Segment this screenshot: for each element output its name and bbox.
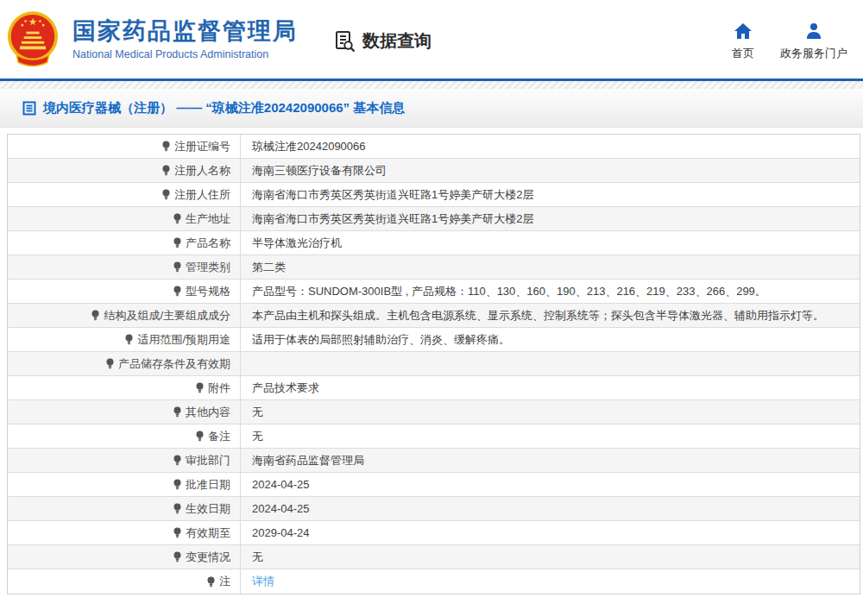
site-subtitle: National Medical Products Administration: [72, 48, 298, 60]
row-label: 结构及组成/主要组成成分: [104, 308, 230, 324]
row-label: 产品名称: [186, 236, 230, 251]
table-row: 注册证编号 琼械注准20242090066: [8, 135, 860, 159]
table-row: 结构及组成/主要组成成分 本产品由主机和探头组成。主机包含电源系统、显示系统、控…: [8, 304, 860, 328]
table-row: 批准日期 2024-04-25: [8, 473, 860, 497]
bulb-icon: [124, 334, 134, 345]
page-title: 境内医疗器械（注册） —— “琼械注准20242090066” 基本信息: [43, 100, 405, 116]
table-row: 产品储存条件及有效期: [8, 352, 860, 376]
row-value: 第二类: [241, 255, 860, 279]
bulb-icon: [173, 527, 182, 538]
row-label: 生产地址: [186, 211, 230, 227]
row-label: 产品储存条件及有效期: [118, 356, 230, 372]
row-label: 管理类别: [186, 260, 230, 275]
header: 国家药品监督管理局 National Medical Products Admi…: [0, 0, 863, 81]
nav-home[interactable]: 首页: [732, 22, 754, 61]
bulb-icon: [173, 479, 182, 490]
bulb-icon: [161, 165, 171, 176]
row-value: 2029-04-24: [241, 521, 860, 544]
stripe-divider: [0, 81, 863, 89]
table-row: 型号规格 产品型号：SUNDOM-300IB型 , 产品规格：110、130、1…: [8, 280, 860, 304]
row-value: [241, 352, 860, 375]
data-query-tab[interactable]: 数据查询: [334, 29, 432, 53]
breadcrumb: 境内医疗器械（注册） —— “琼械注准20242090066” 基本信息: [0, 89, 863, 128]
table-row: 管理类别 第二类: [8, 255, 860, 280]
row-value: 琼械注准20242090066: [241, 135, 860, 158]
brand-block: 国家药品监督管理局 National Medical Products Admi…: [72, 18, 298, 60]
table-row: 附件 产品技术要求: [8, 376, 860, 400]
row-label: 生效日期: [186, 501, 230, 517]
user-icon: [804, 22, 823, 40]
row-label: 审批部门: [186, 453, 230, 468]
row-value: 半导体激光治疗机: [241, 231, 860, 255]
table-row: 审批部门 海南省药品监督管理局: [8, 449, 860, 473]
row-label: 注册人名称: [174, 163, 230, 179]
nav-gov-portal[interactable]: 政务服务门户: [780, 22, 847, 61]
row-value: 详情: [241, 569, 860, 594]
row-value: 海南省海口市秀英区秀英街道兴旺路1号婷美产研大楼2层: [241, 183, 860, 206]
header-nav: 首页 政务服务门户: [732, 22, 847, 61]
site-title: 国家药品监督管理局: [72, 18, 298, 45]
bulb-icon: [161, 141, 171, 152]
row-label: 适用范围/预期用途: [137, 332, 230, 348]
bulb-icon: [173, 237, 182, 248]
table-row: 注 详情: [8, 569, 860, 594]
row-value: 海南省药品监督管理局: [241, 449, 860, 472]
table-row: 有效期至 2029-04-24: [8, 521, 860, 545]
row-label: 有效期至: [186, 525, 230, 541]
nav-gov-portal-label: 政务服务门户: [780, 46, 847, 61]
bulb-icon: [91, 310, 100, 321]
document-search-icon: [334, 30, 356, 53]
row-value: 2024-04-25: [241, 497, 860, 520]
detail-link[interactable]: 详情: [252, 574, 274, 589]
home-icon: [734, 22, 753, 40]
row-label: 注册人住所: [174, 187, 230, 203]
nav-home-label: 首页: [732, 46, 754, 61]
row-label: 注: [219, 574, 230, 589]
document-list-icon: [22, 101, 36, 116]
row-value: 2024-04-25: [241, 473, 860, 496]
national-emblem-logo: [7, 9, 59, 70]
row-value: 产品技术要求: [241, 376, 860, 399]
row-label: 备注: [208, 429, 230, 444]
row-value: 产品型号：SUNDOM-300IB型 , 产品规格：110、130、160、19…: [241, 280, 860, 303]
row-label: 附件: [208, 380, 230, 396]
row-value: 无: [241, 400, 860, 424]
bulb-icon: [173, 503, 182, 514]
table-row: 备注 无: [8, 424, 860, 449]
row-value: 无: [241, 545, 860, 569]
table-row: 生产地址 海南省海口市秀英区秀英街道兴旺路1号婷美产研大楼2层: [8, 207, 860, 231]
table-row: 适用范围/预期用途 适用于体表的局部照射辅助治疗、消炎、缓解疼痛。: [8, 328, 860, 352]
bulb-icon: [173, 551, 182, 563]
row-label: 注册证编号: [174, 139, 230, 154]
bulb-icon: [195, 382, 205, 393]
bulb-icon: [206, 576, 216, 588]
table-row: 注册人住所 海南省海口市秀英区秀英街道兴旺路1号婷美产研大楼2层: [8, 183, 860, 207]
bulb-icon: [173, 406, 182, 418]
row-value: 本产品由主机和探头组成。主机包含电源系统、显示系统、控制系统等；探头包含半导体激…: [241, 304, 860, 327]
bulb-icon: [161, 189, 171, 200]
row-value: 海南省海口市秀英区秀英街道兴旺路1号婷美产研大楼2层: [241, 207, 860, 230]
row-label: 批准日期: [186, 477, 230, 493]
table-row: 其他内容 无: [8, 400, 860, 424]
row-value: 海南三顿医疗设备有限公司: [241, 159, 860, 182]
bulb-icon: [173, 261, 182, 273]
table-row: 生效日期 2024-04-25: [8, 497, 860, 521]
row-value: 无: [241, 424, 860, 448]
row-label: 其他内容: [186, 405, 230, 420]
bulb-icon: [105, 358, 115, 369]
bulb-icon: [173, 286, 182, 297]
table-row: 产品名称 半导体激光治疗机: [8, 231, 860, 255]
data-query-label: 数据查询: [362, 29, 432, 53]
table-row: 变更情况 无: [8, 545, 860, 569]
table-row: 注册人名称 海南三顿医疗设备有限公司: [8, 159, 860, 183]
info-table: 注册证编号 琼械注准20242090066 注册人名称 海南三顿医疗设备有限公司: [7, 134, 860, 594]
row-value: 适用于体表的局部照射辅助治疗、消炎、缓解疼痛。: [241, 328, 860, 351]
row-label: 型号规格: [186, 284, 230, 299]
bulb-icon: [173, 455, 182, 466]
bulb-icon: [195, 431, 205, 442]
bulb-icon: [173, 213, 182, 224]
row-label: 变更情况: [186, 550, 230, 565]
